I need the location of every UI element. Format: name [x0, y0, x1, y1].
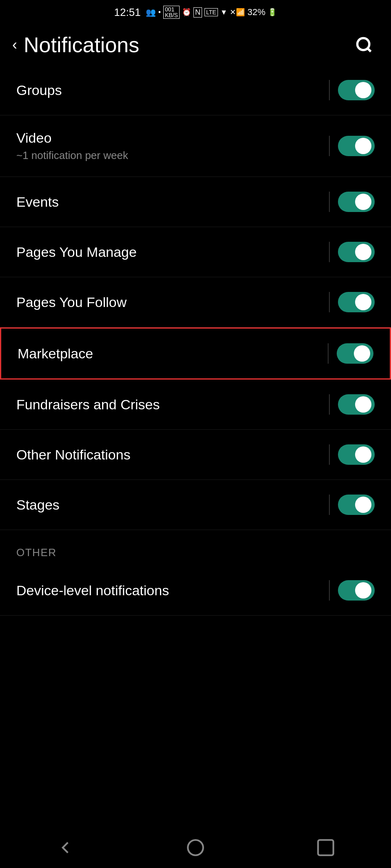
settings-item-label-fundraisers-and-crises: Fundraisers and Crises: [16, 397, 160, 413]
settings-item-content-video: Video~1 notification per week: [16, 130, 128, 162]
nav-home-button[interactable]: [179, 831, 212, 864]
settings-item-content-fundraisers-and-crises: Fundraisers and Crises: [16, 397, 160, 413]
settings-item-right-events: [329, 192, 375, 212]
divider-events: [329, 192, 330, 212]
other-settings-list: Device-level notifications: [0, 565, 391, 616]
settings-item-video[interactable]: Video~1 notification per week: [0, 115, 391, 177]
toggle-thumb-marketplace: [354, 345, 370, 362]
wifi-icon: ▼: [220, 8, 228, 17]
toggle-track-events: [338, 192, 375, 212]
back-button[interactable]: ‹: [12, 36, 17, 53]
nav-recent-icon: [315, 837, 336, 858]
settings-item-label-stages: Stages: [16, 497, 60, 513]
divider-fundraisers-and-crises: [329, 394, 330, 415]
settings-list: GroupsVideo~1 notification per weekEvent…: [0, 65, 391, 530]
settings-item-label-events: Events: [16, 194, 59, 210]
header-left: ‹ Notifications: [12, 33, 139, 57]
settings-item-content-events: Events: [16, 194, 59, 210]
nav-back-icon: [55, 837, 76, 858]
nav-home-icon: [185, 837, 206, 858]
toggle-thumb-groups: [355, 82, 371, 98]
settings-item-label-pages-you-follow: Pages You Follow: [16, 294, 127, 310]
toggle-thumb-pages-you-follow: [355, 294, 371, 310]
toggle-events[interactable]: [338, 192, 375, 212]
settings-item-other-notifications[interactable]: Other Notifications: [0, 430, 391, 480]
settings-item-right-pages-you-follow: [329, 292, 375, 312]
divider-pages-you-follow: [329, 292, 330, 312]
toggle-device-level-notifications[interactable]: [338, 580, 375, 601]
toggle-stages[interactable]: [338, 495, 375, 515]
toggle-thumb-fundraisers-and-crises: [355, 396, 371, 413]
settings-item-content-pages-you-follow: Pages You Follow: [16, 294, 127, 310]
toggle-track-pages-you-manage: [338, 242, 375, 262]
toggle-thumb-events: [355, 194, 371, 210]
toggle-track-marketplace: [337, 343, 373, 364]
settings-item-label-other-notifications: Other Notifications: [16, 447, 131, 463]
toggle-video[interactable]: [338, 136, 375, 156]
toggle-marketplace[interactable]: [337, 343, 373, 364]
settings-item-events[interactable]: Events: [0, 177, 391, 227]
settings-item-sublabel-video: ~1 notification per week: [16, 149, 128, 162]
settings-item-content-stages: Stages: [16, 497, 60, 513]
divider-marketplace: [328, 343, 329, 364]
settings-item-pages-you-follow[interactable]: Pages You Follow: [0, 277, 391, 327]
status-icons: 👥 • 001KB/S ⏰ N LTE ▼ ✕📶 32% 🔋: [146, 6, 277, 19]
divider-other-notifications: [329, 444, 330, 465]
svg-point-2: [188, 840, 203, 855]
settings-item-right-other-notifications: [329, 444, 375, 465]
search-button[interactable]: [353, 34, 375, 55]
divider-pages-you-manage: [329, 242, 330, 262]
settings-item-marketplace[interactable]: Marketplace: [0, 327, 391, 380]
settings-item-label-pages-you-manage: Pages You Manage: [16, 244, 137, 260]
settings-item-label-video: Video: [16, 130, 128, 146]
toggle-thumb-stages: [355, 497, 371, 513]
teams-icon: 👥: [146, 7, 156, 17]
status-bar: 12:51 👥 • 001KB/S ⏰ N LTE ▼ ✕📶 32% 🔋: [0, 0, 391, 24]
toggle-track-stages: [338, 495, 375, 515]
settings-item-label-device-level-notifications: Device-level notifications: [16, 583, 169, 599]
toggle-thumb-device-level-notifications: [355, 582, 371, 599]
settings-item-stages[interactable]: Stages: [0, 480, 391, 530]
search-icon: [355, 36, 373, 54]
toggle-groups[interactable]: [338, 80, 375, 100]
toggle-track-other-notifications: [338, 444, 375, 465]
divider-device-level-notifications: [329, 580, 330, 601]
toggle-track-groups: [338, 80, 375, 100]
settings-item-right-video: [329, 136, 375, 156]
toggle-fundraisers-and-crises[interactable]: [338, 394, 375, 415]
toggle-thumb-other-notifications: [355, 446, 371, 463]
nav-recent-button[interactable]: [309, 831, 342, 864]
toggle-pages-you-follow[interactable]: [338, 292, 375, 312]
nav-back-button[interactable]: [49, 831, 82, 864]
page-title: Notifications: [24, 33, 139, 57]
settings-item-right-pages-you-manage: [329, 242, 375, 262]
svg-rect-3: [318, 840, 334, 855]
toggle-other-notifications[interactable]: [338, 444, 375, 465]
settings-item-groups[interactable]: Groups: [0, 65, 391, 115]
settings-item-content-groups: Groups: [16, 82, 62, 98]
settings-item-right-groups: [329, 80, 375, 100]
settings-item-label-groups: Groups: [16, 82, 62, 98]
divider-video: [329, 136, 330, 156]
settings-item-device-level-notifications[interactable]: Device-level notifications: [0, 565, 391, 616]
divider-groups: [329, 80, 330, 100]
settings-item-fundraisers-and-crises[interactable]: Fundraisers and Crises: [0, 380, 391, 430]
svg-point-0: [358, 38, 369, 50]
other-section-header: OTHER: [0, 530, 391, 565]
toggle-thumb-pages-you-manage: [355, 244, 371, 260]
alarm-icon: ⏰: [182, 8, 191, 17]
nfc-icon: N: [193, 7, 202, 18]
lte-icon: LTE: [204, 8, 218, 16]
settings-item-pages-you-manage[interactable]: Pages You Manage: [0, 227, 391, 277]
signal-icon: ✕📶: [230, 8, 245, 17]
toggle-track-pages-you-follow: [338, 292, 375, 312]
settings-item-right-stages: [329, 495, 375, 515]
settings-item-right-marketplace: [328, 343, 373, 364]
settings-item-content-other-notifications: Other Notifications: [16, 447, 131, 463]
toggle-track-fundraisers-and-crises: [338, 394, 375, 415]
battery-icon: 🔋: [268, 8, 277, 17]
toggle-pages-you-manage[interactable]: [338, 242, 375, 262]
settings-item-content-marketplace: Marketplace: [18, 346, 93, 362]
data-speed-icon: 001KB/S: [163, 6, 180, 19]
divider-stages: [329, 495, 330, 515]
